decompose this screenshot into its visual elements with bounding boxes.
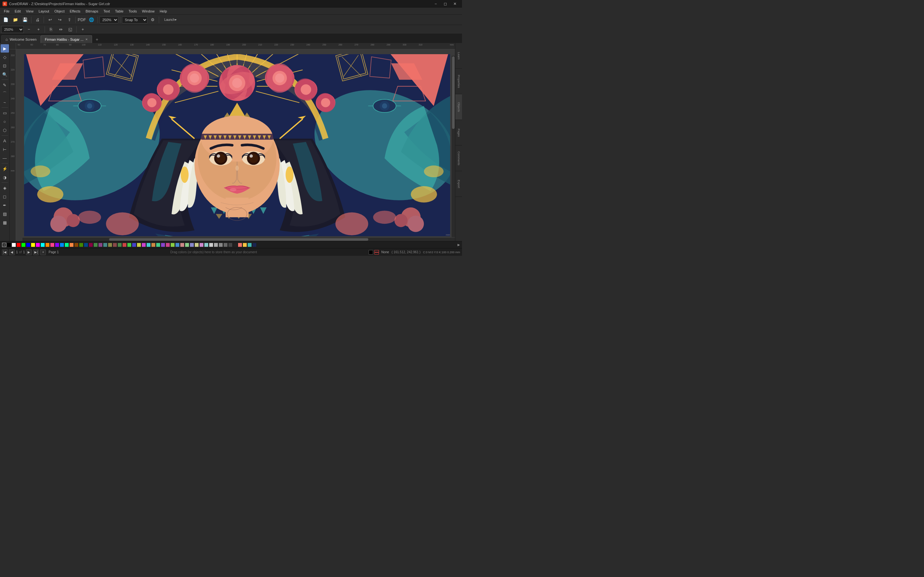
properties-tab[interactable]: Properties bbox=[455, 69, 462, 94]
palette-orchid[interactable] bbox=[142, 243, 146, 247]
palette-near-black[interactable] bbox=[233, 243, 237, 247]
palette-tan[interactable] bbox=[194, 243, 199, 247]
palette-maroon[interactable] bbox=[89, 243, 93, 247]
menu-table[interactable]: Table bbox=[113, 9, 126, 14]
new-button[interactable]: 📄 bbox=[1, 16, 10, 24]
comments-tab[interactable]: Comments bbox=[455, 145, 462, 171]
first-page-button[interactable]: |◀ bbox=[2, 250, 8, 255]
palette-teal[interactable] bbox=[103, 243, 107, 247]
palette-brown[interactable] bbox=[74, 243, 79, 247]
export-button[interactable]: ⇧ bbox=[65, 16, 74, 24]
palette-sugar-navy[interactable] bbox=[252, 243, 257, 247]
zoom-tool[interactable]: 🔍 bbox=[1, 70, 9, 79]
bezier-tool[interactable]: ⌒ bbox=[1, 89, 9, 98]
palette-yellow[interactable] bbox=[31, 243, 35, 247]
palette-orange[interactable] bbox=[45, 243, 50, 247]
canvas-area[interactable] bbox=[16, 49, 455, 241]
palette-plum[interactable] bbox=[199, 243, 204, 247]
shape-tool[interactable]: ◇ bbox=[1, 53, 9, 61]
palette-sugar-coral[interactable] bbox=[238, 243, 242, 247]
interactive-fill-tool[interactable]: ▨ bbox=[1, 210, 9, 218]
add-page-nav-button[interactable]: + bbox=[40, 250, 46, 255]
transparency-tool[interactable]: ◑ bbox=[1, 173, 9, 181]
horizontal-scrollbar[interactable] bbox=[23, 237, 455, 241]
palette-mauve[interactable] bbox=[98, 243, 103, 247]
palette-forest[interactable] bbox=[118, 243, 122, 247]
menu-text[interactable]: Text bbox=[101, 9, 112, 14]
artistic-media-tool[interactable]: ~ bbox=[1, 98, 9, 106]
palette-crimson[interactable] bbox=[122, 243, 127, 247]
palette-lime[interactable] bbox=[21, 243, 26, 247]
menu-tools[interactable]: Tools bbox=[126, 9, 140, 14]
palette-mint[interactable] bbox=[65, 243, 69, 247]
palette-gray[interactable] bbox=[218, 243, 223, 247]
menu-edit[interactable]: Edit bbox=[12, 9, 23, 14]
palette-periwinkle[interactable] bbox=[190, 243, 194, 247]
scrollbar-thumb-horizontal[interactable] bbox=[109, 238, 368, 241]
palette-white[interactable] bbox=[11, 243, 16, 247]
palette-gold[interactable] bbox=[137, 243, 141, 247]
print-button[interactable]: 🖨 bbox=[33, 16, 42, 24]
snap-to-combo[interactable]: Snap To Grid Guidelines Objects bbox=[122, 16, 148, 23]
palette-magenta[interactable] bbox=[36, 243, 40, 247]
palette-olive[interactable] bbox=[79, 243, 83, 247]
palette-purple[interactable] bbox=[55, 243, 59, 247]
vertical-scrollbar[interactable] bbox=[451, 56, 455, 237]
palette-peach[interactable] bbox=[69, 243, 74, 247]
smart-fill-tool[interactable]: ▩ bbox=[1, 218, 9, 227]
palette-chartreuse[interactable] bbox=[170, 243, 175, 247]
ellipse-tool[interactable]: ○ bbox=[1, 117, 9, 126]
outline-tool[interactable]: ◻ bbox=[1, 192, 9, 201]
palette-aqua[interactable] bbox=[146, 243, 151, 247]
snap-settings-button[interactable]: ⚙ bbox=[148, 16, 157, 24]
palette-dodger[interactable] bbox=[175, 243, 180, 247]
palette-indigo[interactable] bbox=[132, 243, 136, 247]
menu-help[interactable]: Help bbox=[157, 9, 170, 14]
palette-salmon[interactable] bbox=[180, 243, 184, 247]
palette-sugar-gold[interactable] bbox=[242, 243, 247, 247]
close-button[interactable]: ✕ bbox=[451, 1, 459, 7]
eyedropper-tool[interactable]: ✒ bbox=[1, 201, 9, 210]
palette-dark-gray[interactable] bbox=[228, 243, 233, 247]
palette-silver[interactable] bbox=[214, 243, 218, 247]
new-tab-button[interactable]: + bbox=[94, 36, 100, 43]
minimize-button[interactable]: − bbox=[431, 1, 440, 7]
zoom-in-button[interactable]: + bbox=[34, 25, 43, 34]
add-page-button[interactable]: + bbox=[78, 25, 87, 34]
palette-sugar-teal[interactable] bbox=[247, 243, 252, 247]
menu-effects[interactable]: Effects bbox=[67, 9, 83, 14]
publish-web-button[interactable]: 🌐 bbox=[87, 16, 96, 24]
last-page-button[interactable]: ▶| bbox=[33, 250, 39, 255]
zoom-combo[interactable]: 250% 100% 75% 50% 200% 400% Fit Page bbox=[1, 26, 24, 33]
palette-scroll-right[interactable]: ▶ bbox=[457, 243, 460, 247]
text-tool[interactable]: A bbox=[1, 137, 9, 145]
dimension-tool[interactable]: ⊢ bbox=[1, 145, 9, 153]
palette-pale-green[interactable] bbox=[185, 243, 189, 247]
palette-violet[interactable] bbox=[161, 243, 165, 247]
canvas-wrapper[interactable]: 50 60 70 80 90 100 110 120 130 140 150 1… bbox=[10, 43, 455, 241]
tab-close-icon[interactable]: ✕ bbox=[86, 38, 88, 41]
redo-button[interactable]: ↪ bbox=[55, 16, 64, 24]
zoom-out-button[interactable]: − bbox=[24, 25, 33, 34]
menu-object[interactable]: Object bbox=[52, 9, 67, 14]
undo-button[interactable]: ↩ bbox=[45, 16, 55, 24]
palette-light-gray[interactable] bbox=[209, 243, 213, 247]
save-button[interactable]: 💾 bbox=[21, 16, 29, 24]
menu-window[interactable]: Window bbox=[140, 9, 157, 14]
selection-tool[interactable]: ▶ bbox=[1, 44, 9, 53]
rectangle-tool[interactable]: ▭ bbox=[1, 109, 9, 117]
menu-file[interactable]: File bbox=[1, 9, 12, 14]
tab-welcome-screen[interactable]: Welcome Screen bbox=[1, 35, 41, 43]
palette-sand[interactable] bbox=[151, 243, 156, 247]
prev-page-button[interactable]: ◀ bbox=[9, 250, 15, 255]
menu-view[interactable]: View bbox=[23, 9, 36, 14]
palette-blue[interactable] bbox=[26, 243, 31, 247]
menu-bitmaps[interactable]: Bitmaps bbox=[83, 9, 101, 14]
open-button[interactable]: 📁 bbox=[11, 16, 20, 24]
crop-tool[interactable]: ⊡ bbox=[1, 61, 9, 70]
tab-document[interactable]: Firman Hatibu - Sugar ... ✕ bbox=[41, 35, 92, 43]
palette-green[interactable] bbox=[94, 243, 98, 247]
palette-black[interactable] bbox=[7, 243, 11, 247]
publish-pdf-button[interactable]: PDF bbox=[78, 16, 86, 24]
zoom-fit-all-button[interactable]: ⎘ bbox=[47, 25, 55, 34]
